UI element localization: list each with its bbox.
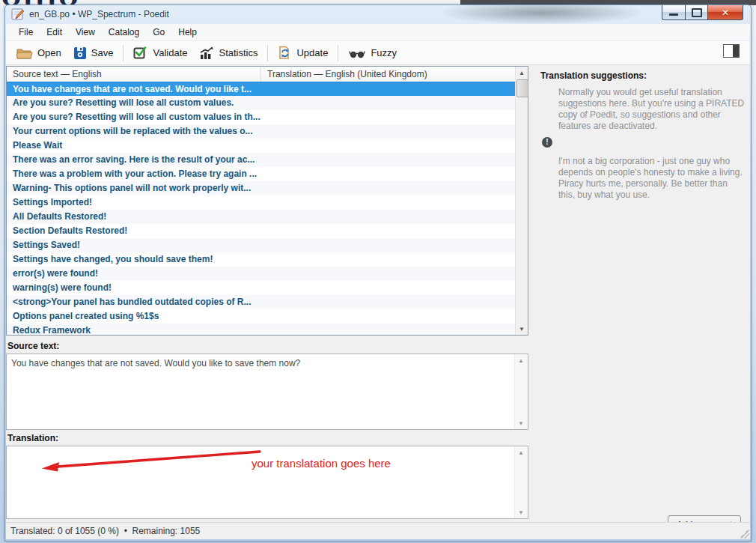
poedit-app-icon [11, 8, 25, 20]
aero-blur-patch [442, 5, 641, 24]
list-item[interactable]: Options panel created using %1$s [7, 309, 515, 324]
list-item[interactable]: There was an error saving. Here is the r… [7, 153, 515, 167]
list-item[interactable]: Settings Saved! [7, 238, 515, 252]
scroll-down-icon[interactable]: ▼ [516, 323, 528, 335]
menu-bar: File Edit View Catalog Go Help [6, 24, 750, 41]
string-list-rows: You have changes that are not saved. Wou… [7, 82, 515, 335]
close-icon: ✕ [722, 7, 729, 18]
list-item[interactable]: warning(s) were found! [7, 281, 515, 295]
list-item[interactable]: All Defaults Restored! [7, 210, 515, 224]
validate-label: Validate [153, 47, 187, 58]
caption-buttons: ✕ [662, 5, 743, 19]
save-label: Save [91, 47, 114, 58]
open-button[interactable]: Open [10, 44, 67, 62]
refresh-icon [278, 46, 292, 60]
maximize-icon [692, 8, 702, 17]
checkmark-icon [133, 46, 148, 60]
source-text-value: You have changes that are not saved. Wou… [11, 358, 511, 369]
list-scrollbar[interactable]: ▲ ▼ [515, 67, 528, 335]
minimize-icon [669, 13, 678, 16]
list-item[interactable]: error(s) were found! [7, 267, 515, 281]
update-label: Update [296, 47, 328, 58]
translation-label: Translation: [7, 433, 58, 443]
source-text-box[interactable]: You have changes that are not saved. Wou… [6, 354, 528, 430]
list-item[interactable]: Settings have changed, you should save t… [7, 252, 515, 267]
title-bar[interactable]: en_GB.po • WP_Spectrum - Poedit ✕ [5, 5, 751, 24]
list-item[interactable]: Are you sure? Resetting will lose all cu… [7, 110, 515, 124]
menu-help[interactable]: Help [171, 25, 204, 40]
translation-input-box[interactable]: your translatation goes here ▲ ▼ [6, 446, 528, 519]
toolbar: Open Save Validate [6, 41, 750, 65]
scroll-up-icon[interactable]: ▲ [516, 67, 528, 79]
fuzzy-label: Fuzzy [371, 47, 397, 58]
scroll-up-icon[interactable]: ▲ [515, 354, 527, 366]
minimize-button[interactable] [662, 5, 685, 20]
toolbar-separator [123, 45, 124, 61]
suggestions-heading: Translation suggestions: [540, 70, 647, 81]
toolbar-separator [267, 45, 268, 61]
source-scrollbar[interactable]: ▲ ▼ [514, 354, 528, 429]
column-header-source[interactable]: Source text — English [7, 67, 261, 82]
floppy-icon [73, 46, 87, 60]
maximize-button[interactable] [685, 5, 708, 20]
list-item[interactable]: Warning- This options panel will not wor… [7, 181, 515, 195]
list-item[interactable]: You have changes that are not saved. Wou… [7, 82, 515, 96]
list-item[interactable]: There was a problem with your action. Pl… [7, 167, 515, 181]
statistics-label: Statistics [219, 47, 257, 58]
annotation-text: your translatation goes here [252, 457, 391, 470]
scrollbar-thumb[interactable] [516, 79, 528, 97]
menu-edit[interactable]: Edit [40, 25, 69, 40]
source-text-label: Source text: [7, 341, 59, 351]
folder-icon [16, 46, 33, 60]
resize-grip[interactable] [740, 529, 749, 539]
poedit-window: en_GB.po • WP_Spectrum - Poedit ✕ File E… [4, 4, 752, 542]
close-button[interactable]: ✕ [708, 5, 743, 20]
list-item[interactable]: Your current options will be replaced wi… [7, 124, 515, 139]
toolbar-separator [338, 45, 338, 61]
list-item[interactable]: <strong>Your panel has bundled outdated … [7, 295, 515, 309]
update-button[interactable]: Update [272, 43, 334, 62]
sidebar-toggle-icon [733, 45, 739, 57]
list-header: Source text — English Translation — Engl… [7, 67, 515, 82]
column-header-translation[interactable]: Translation — English (United Kingdom) [261, 67, 515, 82]
list-item[interactable]: Are you sure? Resetting will lose all cu… [7, 96, 515, 110]
status-text: Translated: 0 of 1055 (0 %) • Remaining:… [10, 526, 200, 536]
translation-scrollbar[interactable]: ▲ ▼ [514, 446, 528, 518]
window-title: en_GB.po • WP_Spectrum - Poedit [29, 9, 169, 19]
validate-button[interactable]: Validate [127, 43, 193, 62]
suggestions-paragraph-2: I'm not a big corporation - just one guy… [558, 156, 746, 201]
scroll-down-icon[interactable]: ▼ [515, 506, 527, 518]
suggestions-sidebar: Translation suggestions: Normally you wo… [531, 66, 749, 512]
sidebar-toggle-button[interactable] [723, 44, 740, 58]
menu-file[interactable]: File [12, 25, 40, 40]
save-button[interactable]: Save [67, 44, 120, 62]
list-item[interactable]: Redux Framework [7, 324, 515, 335]
menu-view[interactable]: View [69, 25, 102, 40]
string-list: Source text — English Translation — Engl… [6, 66, 528, 336]
scroll-down-icon[interactable]: ▼ [515, 417, 527, 429]
scroll-up-icon[interactable]: ▲ [515, 446, 527, 458]
bar-chart-icon [199, 46, 214, 60]
glasses-icon [348, 47, 366, 59]
fuzzy-button[interactable]: Fuzzy [342, 45, 403, 61]
status-bar: Translated: 0 of 1055 (0 %) • Remaining:… [6, 522, 750, 539]
suggestions-paragraph-1: Normally you would get useful translatio… [558, 87, 746, 132]
statistics-button[interactable]: Statistics [193, 44, 263, 62]
client-area: File Edit View Catalog Go Help Open [6, 24, 750, 539]
list-item[interactable]: Settings Imported! [7, 195, 515, 210]
open-label: Open [37, 47, 61, 58]
exclamation-icon: ! [542, 137, 552, 148]
menu-go[interactable]: Go [146, 25, 171, 40]
menu-catalog[interactable]: Catalog [102, 25, 146, 40]
list-item[interactable]: Section Defaults Restored! [7, 224, 515, 238]
list-item[interactable]: Please Wait [7, 139, 515, 153]
